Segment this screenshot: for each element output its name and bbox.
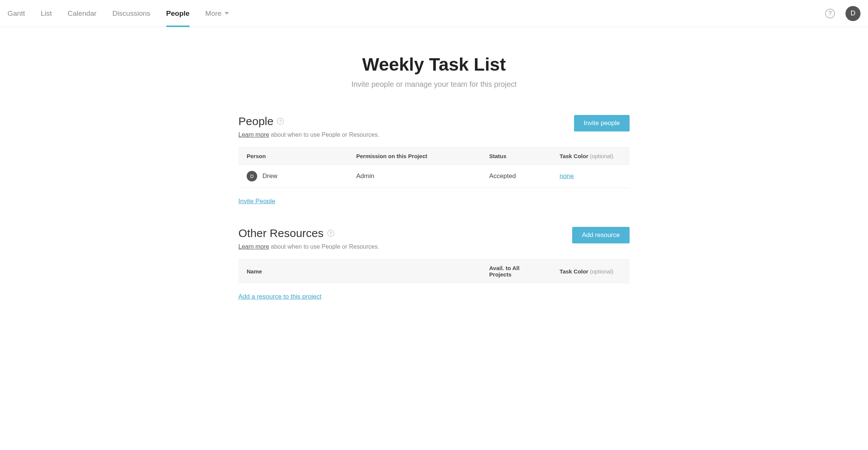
add-resource-button[interactable]: Add resource xyxy=(572,227,630,243)
tab-people[interactable]: People xyxy=(166,1,190,26)
col-task-color-optional: (optional) xyxy=(590,268,613,275)
resources-subtext-suffix: about when to use People or Resources. xyxy=(269,243,380,250)
people-heading-text: People xyxy=(238,115,273,128)
col-task-color-text: Task Color xyxy=(560,268,588,275)
task-color-link[interactable]: none xyxy=(560,172,574,180)
resources-subtext: Learn more about when to use People or R… xyxy=(238,243,379,250)
status-cell: Accepted xyxy=(481,165,552,188)
invite-people-button[interactable]: Invite people xyxy=(574,115,630,131)
people-subtext: Learn more about when to use People or R… xyxy=(238,131,379,138)
resources-heading: Other Resources ? xyxy=(238,227,379,240)
tab-more-label: More xyxy=(205,9,222,18)
permission-cell: Admin xyxy=(348,165,481,188)
people-heading: People ? xyxy=(238,115,379,128)
tab-gantt[interactable]: Gantt xyxy=(8,1,25,26)
resources-section: Other Resources ? Learn more about when … xyxy=(238,227,630,301)
col-task-color: Task Color (optional) xyxy=(552,260,630,283)
col-status: Status xyxy=(481,148,552,165)
resources-heading-text: Other Resources xyxy=(238,227,324,240)
people-subtext-suffix: about when to use People or Resources. xyxy=(269,131,380,138)
add-resource-link[interactable]: Add a resource to this project xyxy=(238,293,321,300)
learn-more-link[interactable]: Learn more xyxy=(238,243,269,250)
tab-list[interactable]: List xyxy=(41,1,52,26)
user-avatar[interactable]: D xyxy=(845,6,860,21)
resources-table: Name Avail. to All Projects Task Color (… xyxy=(238,259,630,283)
help-icon[interactable]: ? xyxy=(277,118,284,125)
help-icon[interactable]: ? xyxy=(825,9,835,18)
tab-calendar[interactable]: Calendar xyxy=(68,1,96,26)
help-icon[interactable]: ? xyxy=(327,230,334,237)
person-cell: D Drew xyxy=(247,171,340,181)
people-table: Person Permission on this Project Status… xyxy=(238,147,630,188)
learn-more-link[interactable]: Learn more xyxy=(238,131,269,138)
col-task-color: Task Color (optional) xyxy=(552,148,630,165)
person-name: Drew xyxy=(262,172,277,180)
nav-tabs: Gantt List Calendar Discussions People M… xyxy=(8,1,229,26)
avatar: D xyxy=(247,171,257,181)
top-nav: Gantt List Calendar Discussions People M… xyxy=(0,0,868,27)
col-name: Name xyxy=(238,260,481,283)
col-person: Person xyxy=(238,148,348,165)
table-row: D Drew Admin Accepted none xyxy=(238,165,630,188)
tab-discussions[interactable]: Discussions xyxy=(112,1,150,26)
col-avail: Avail. to All Projects xyxy=(481,260,552,283)
col-permission: Permission on this Project xyxy=(348,148,481,165)
tab-more[interactable]: More xyxy=(205,1,229,26)
chevron-down-icon xyxy=(225,12,229,15)
page-title: Weekly Task List xyxy=(238,54,630,75)
page-subtitle: Invite people or manage your team for th… xyxy=(238,80,630,89)
page-content: Weekly Task List Invite people or manage… xyxy=(238,27,630,301)
people-section: People ? Learn more about when to use Pe… xyxy=(238,115,630,205)
invite-people-link[interactable]: Invite People xyxy=(238,198,275,205)
col-task-color-optional: (optional) xyxy=(590,153,613,159)
col-task-color-text: Task Color xyxy=(560,153,588,159)
